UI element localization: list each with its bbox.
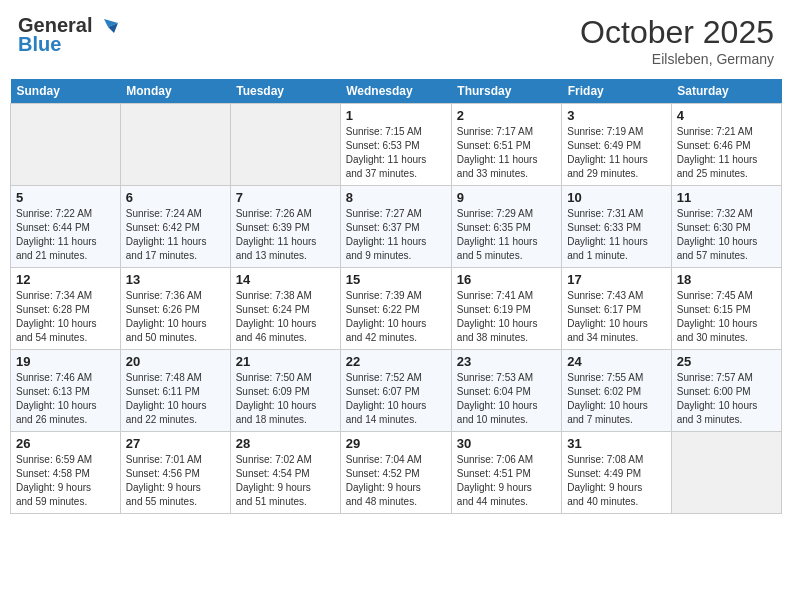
logo: General Blue — [18, 14, 118, 56]
day-number: 20 — [126, 354, 225, 369]
calendar-cell: 23Sunrise: 7:53 AM Sunset: 6:04 PM Dayli… — [451, 350, 561, 432]
month-title: October 2025 — [580, 14, 774, 51]
calendar-cell: 28Sunrise: 7:02 AM Sunset: 4:54 PM Dayli… — [230, 432, 340, 514]
day-number: 8 — [346, 190, 446, 205]
calendar-week-row: 12Sunrise: 7:34 AM Sunset: 6:28 PM Dayli… — [11, 268, 782, 350]
calendar-cell: 16Sunrise: 7:41 AM Sunset: 6:19 PM Dayli… — [451, 268, 561, 350]
day-info: Sunrise: 7:57 AM Sunset: 6:00 PM Dayligh… — [677, 371, 776, 427]
day-number: 30 — [457, 436, 556, 451]
day-info: Sunrise: 7:45 AM Sunset: 6:15 PM Dayligh… — [677, 289, 776, 345]
calendar-cell: 1Sunrise: 7:15 AM Sunset: 6:53 PM Daylig… — [340, 104, 451, 186]
weekday-header: Sunday — [11, 79, 121, 104]
calendar-week-row: 5Sunrise: 7:22 AM Sunset: 6:44 PM Daylig… — [11, 186, 782, 268]
day-number: 28 — [236, 436, 335, 451]
day-number: 25 — [677, 354, 776, 369]
day-number: 7 — [236, 190, 335, 205]
logo-bird-icon — [96, 15, 118, 37]
day-number: 3 — [567, 108, 666, 123]
calendar-cell: 2Sunrise: 7:17 AM Sunset: 6:51 PM Daylig… — [451, 104, 561, 186]
day-number: 10 — [567, 190, 666, 205]
day-info: Sunrise: 7:52 AM Sunset: 6:07 PM Dayligh… — [346, 371, 446, 427]
day-info: Sunrise: 7:48 AM Sunset: 6:11 PM Dayligh… — [126, 371, 225, 427]
day-info: Sunrise: 7:34 AM Sunset: 6:28 PM Dayligh… — [16, 289, 115, 345]
day-info: Sunrise: 7:31 AM Sunset: 6:33 PM Dayligh… — [567, 207, 666, 263]
logo-blue-text: Blue — [18, 33, 61, 56]
calendar-cell: 10Sunrise: 7:31 AM Sunset: 6:33 PM Dayli… — [562, 186, 672, 268]
calendar-cell: 12Sunrise: 7:34 AM Sunset: 6:28 PM Dayli… — [11, 268, 121, 350]
day-info: Sunrise: 7:06 AM Sunset: 4:51 PM Dayligh… — [457, 453, 556, 509]
calendar-cell: 24Sunrise: 7:55 AM Sunset: 6:02 PM Dayli… — [562, 350, 672, 432]
day-info: Sunrise: 6:59 AM Sunset: 4:58 PM Dayligh… — [16, 453, 115, 509]
day-number: 31 — [567, 436, 666, 451]
weekday-header: Wednesday — [340, 79, 451, 104]
calendar-cell: 14Sunrise: 7:38 AM Sunset: 6:24 PM Dayli… — [230, 268, 340, 350]
day-info: Sunrise: 7:24 AM Sunset: 6:42 PM Dayligh… — [126, 207, 225, 263]
day-number: 2 — [457, 108, 556, 123]
day-info: Sunrise: 7:38 AM Sunset: 6:24 PM Dayligh… — [236, 289, 335, 345]
weekday-header: Tuesday — [230, 79, 340, 104]
day-info: Sunrise: 7:21 AM Sunset: 6:46 PM Dayligh… — [677, 125, 776, 181]
day-number: 18 — [677, 272, 776, 287]
calendar-cell — [120, 104, 230, 186]
calendar-week-row: 19Sunrise: 7:46 AM Sunset: 6:13 PM Dayli… — [11, 350, 782, 432]
calendar-cell: 20Sunrise: 7:48 AM Sunset: 6:11 PM Dayli… — [120, 350, 230, 432]
day-number: 17 — [567, 272, 666, 287]
day-info: Sunrise: 7:46 AM Sunset: 6:13 PM Dayligh… — [16, 371, 115, 427]
day-number: 15 — [346, 272, 446, 287]
calendar-cell: 26Sunrise: 6:59 AM Sunset: 4:58 PM Dayli… — [11, 432, 121, 514]
day-info: Sunrise: 7:04 AM Sunset: 4:52 PM Dayligh… — [346, 453, 446, 509]
calendar-cell — [11, 104, 121, 186]
day-number: 5 — [16, 190, 115, 205]
day-info: Sunrise: 7:01 AM Sunset: 4:56 PM Dayligh… — [126, 453, 225, 509]
day-number: 26 — [16, 436, 115, 451]
day-info: Sunrise: 7:55 AM Sunset: 6:02 PM Dayligh… — [567, 371, 666, 427]
calendar-header-row: SundayMondayTuesdayWednesdayThursdayFrid… — [11, 79, 782, 104]
calendar-cell: 22Sunrise: 7:52 AM Sunset: 6:07 PM Dayli… — [340, 350, 451, 432]
calendar-cell: 29Sunrise: 7:04 AM Sunset: 4:52 PM Dayli… — [340, 432, 451, 514]
calendar-cell — [230, 104, 340, 186]
calendar-cell — [671, 432, 781, 514]
weekday-header: Friday — [562, 79, 672, 104]
day-number: 6 — [126, 190, 225, 205]
day-number: 24 — [567, 354, 666, 369]
day-number: 11 — [677, 190, 776, 205]
location-title: Eilsleben, Germany — [580, 51, 774, 67]
day-info: Sunrise: 7:15 AM Sunset: 6:53 PM Dayligh… — [346, 125, 446, 181]
calendar-cell: 31Sunrise: 7:08 AM Sunset: 4:49 PM Dayli… — [562, 432, 672, 514]
day-info: Sunrise: 7:29 AM Sunset: 6:35 PM Dayligh… — [457, 207, 556, 263]
day-number: 27 — [126, 436, 225, 451]
day-number: 21 — [236, 354, 335, 369]
day-number: 13 — [126, 272, 225, 287]
day-info: Sunrise: 7:17 AM Sunset: 6:51 PM Dayligh… — [457, 125, 556, 181]
day-number: 16 — [457, 272, 556, 287]
day-info: Sunrise: 7:53 AM Sunset: 6:04 PM Dayligh… — [457, 371, 556, 427]
calendar-cell: 25Sunrise: 7:57 AM Sunset: 6:00 PM Dayli… — [671, 350, 781, 432]
day-number: 19 — [16, 354, 115, 369]
weekday-header: Thursday — [451, 79, 561, 104]
day-info: Sunrise: 7:27 AM Sunset: 6:37 PM Dayligh… — [346, 207, 446, 263]
calendar-table: SundayMondayTuesdayWednesdayThursdayFrid… — [10, 79, 782, 514]
day-number: 4 — [677, 108, 776, 123]
day-number: 1 — [346, 108, 446, 123]
day-info: Sunrise: 7:02 AM Sunset: 4:54 PM Dayligh… — [236, 453, 335, 509]
day-info: Sunrise: 7:50 AM Sunset: 6:09 PM Dayligh… — [236, 371, 335, 427]
calendar-cell: 27Sunrise: 7:01 AM Sunset: 4:56 PM Dayli… — [120, 432, 230, 514]
day-number: 9 — [457, 190, 556, 205]
day-number: 22 — [346, 354, 446, 369]
day-number: 29 — [346, 436, 446, 451]
calendar-cell: 18Sunrise: 7:45 AM Sunset: 6:15 PM Dayli… — [671, 268, 781, 350]
calendar-cell: 15Sunrise: 7:39 AM Sunset: 6:22 PM Dayli… — [340, 268, 451, 350]
calendar-cell: 11Sunrise: 7:32 AM Sunset: 6:30 PM Dayli… — [671, 186, 781, 268]
day-info: Sunrise: 7:36 AM Sunset: 6:26 PM Dayligh… — [126, 289, 225, 345]
calendar-cell: 7Sunrise: 7:26 AM Sunset: 6:39 PM Daylig… — [230, 186, 340, 268]
header: General Blue October 2025 Eilsleben, Ger… — [10, 10, 782, 71]
calendar-cell: 9Sunrise: 7:29 AM Sunset: 6:35 PM Daylig… — [451, 186, 561, 268]
calendar-cell: 4Sunrise: 7:21 AM Sunset: 6:46 PM Daylig… — [671, 104, 781, 186]
day-number: 12 — [16, 272, 115, 287]
calendar-cell: 3Sunrise: 7:19 AM Sunset: 6:49 PM Daylig… — [562, 104, 672, 186]
title-block: October 2025 Eilsleben, Germany — [580, 14, 774, 67]
weekday-header: Saturday — [671, 79, 781, 104]
day-info: Sunrise: 7:19 AM Sunset: 6:49 PM Dayligh… — [567, 125, 666, 181]
day-number: 23 — [457, 354, 556, 369]
calendar-cell: 8Sunrise: 7:27 AM Sunset: 6:37 PM Daylig… — [340, 186, 451, 268]
